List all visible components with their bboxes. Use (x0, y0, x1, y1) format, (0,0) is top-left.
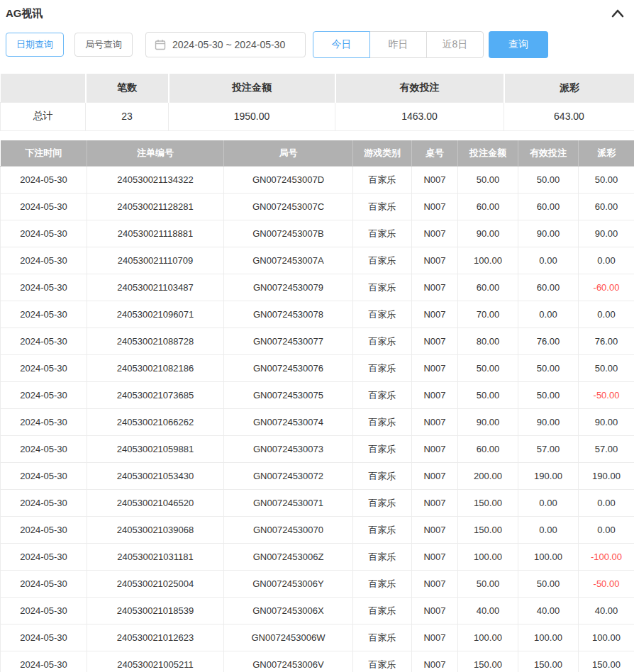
summary-bet-amount-value: 1950.00 (169, 102, 335, 130)
table-cell: N007 (412, 194, 458, 220)
table-cell: 50.00 (458, 571, 518, 598)
table-cell: N007 (412, 598, 458, 625)
table-cell: -100.00 (579, 544, 634, 571)
table-cell: 60.00 (458, 274, 518, 301)
table-cell: 50.00 (579, 355, 634, 382)
table-cell: 百家乐 (353, 598, 412, 625)
table-cell: GN00724530071 (224, 490, 353, 517)
round-query-button[interactable]: 局号查询 (74, 33, 133, 57)
table-cell: 2024-05-30 (1, 167, 87, 194)
table-cell: 百家乐 (353, 571, 412, 598)
table-cell: 90.00 (458, 220, 518, 247)
table-cell: 50.00 (518, 571, 579, 598)
table-cell: 百家乐 (353, 220, 412, 247)
quick-button-yesterday[interactable]: 昨日 (369, 31, 427, 58)
page-title: AG视讯 (6, 7, 43, 21)
table-cell: N007 (412, 328, 458, 355)
table-row: 2024-05-30240530021025004GN0072453006Y百家… (1, 571, 634, 598)
table-cell: 百家乐 (353, 301, 412, 328)
table-cell: 240530021103487 (87, 274, 224, 301)
table-cell: GN0072453007B (224, 220, 353, 247)
table-cell: 百家乐 (353, 194, 412, 220)
table-cell: N007 (412, 436, 458, 463)
table-cell: 240530021088728 (87, 328, 224, 355)
table-cell: 2024-05-30 (1, 571, 87, 598)
table-cell: 0.00 (518, 247, 579, 274)
table-cell: 240530021096071 (87, 301, 224, 328)
table-cell: 100.00 (518, 544, 579, 571)
table-cell: -60.00 (579, 274, 634, 301)
table-cell: GN00724530075 (224, 382, 353, 409)
summary-header-count: 笔数 (86, 74, 169, 102)
table-row: 2024-05-30240530021073685GN00724530075百家… (1, 382, 634, 409)
table-cell: 70.00 (458, 301, 518, 328)
table-cell: GN00724530072 (224, 463, 353, 490)
table-cell: 2024-05-30 (1, 598, 87, 625)
table-cell: -50.00 (579, 382, 634, 409)
table-row: 2024-05-30240530021110709GN0072453007A百家… (1, 247, 634, 274)
table-cell: 百家乐 (353, 517, 412, 544)
table-cell: N007 (412, 167, 458, 194)
table-cell: 150.00 (458, 490, 518, 517)
table-cell: 2024-05-30 (1, 382, 87, 409)
table-row: 2024-05-30240530021039068GN00724530070百家… (1, 517, 634, 544)
table-cell: N007 (412, 382, 458, 409)
bet-records-table: 下注时间注单编号局号游戏类别桌号投注金额有效投注派彩 2024-05-30240… (0, 140, 634, 672)
table-cell: 90.00 (458, 409, 518, 436)
table-cell: 百家乐 (353, 409, 412, 436)
table-cell: 200.00 (458, 463, 518, 490)
table-cell: 40.00 (579, 598, 634, 625)
table-cell: N007 (412, 625, 458, 651)
table-cell: N007 (412, 544, 458, 571)
table-cell: GN0072453007D (224, 167, 353, 194)
table-cell: 2024-05-30 (1, 544, 87, 571)
table-cell: GN00724530074 (224, 409, 353, 436)
chevron-up-icon[interactable] (610, 6, 625, 21)
table-cell: 150.00 (579, 651, 634, 672)
table-cell: GN0072453006W (224, 625, 353, 651)
table-cell: 150.00 (458, 651, 518, 672)
quick-button-last8days[interactable]: 近8日 (426, 31, 484, 58)
column-header: 桌号 (412, 140, 458, 167)
table-cell: 40.00 (458, 598, 518, 625)
table-cell: N007 (412, 247, 458, 274)
table-cell: 百家乐 (353, 328, 412, 355)
table-cell: 150.00 (458, 517, 518, 544)
table-cell: 240530021012623 (87, 625, 224, 651)
table-cell: 2024-05-30 (1, 274, 87, 301)
table-cell: 0.00 (518, 301, 579, 328)
table-row: 2024-05-30240530021096071GN00724530078百家… (1, 301, 634, 328)
table-cell: GN0072453006V (224, 651, 353, 672)
summary-table: 笔数 投注金额 有效投注 派彩 总计 23 1950.00 1463.00 64… (0, 74, 634, 131)
table-cell: 60.00 (458, 194, 518, 220)
table-row: 2024-05-30240530021053430GN00724530072百家… (1, 463, 634, 490)
table-cell: 90.00 (579, 220, 634, 247)
table-cell: 2024-05-30 (1, 220, 87, 247)
quick-button-today[interactable]: 今日 (313, 31, 370, 58)
search-button[interactable]: 查询 (489, 31, 548, 58)
table-cell: 百家乐 (353, 625, 412, 651)
table-cell: N007 (412, 301, 458, 328)
table-cell: 2024-05-30 (1, 463, 87, 490)
table-cell: GN00724530079 (224, 274, 353, 301)
summary-payout-value: 643.00 (504, 102, 634, 130)
table-cell: 2024-05-30 (1, 355, 87, 382)
table-cell: N007 (412, 490, 458, 517)
table-cell: 90.00 (518, 409, 579, 436)
table-row: 2024-05-30240530021012623GN0072453006W百家… (1, 625, 634, 651)
summary-header-payout: 派彩 (504, 74, 634, 102)
table-cell: 150.00 (518, 651, 579, 672)
table-cell: GN0072453007A (224, 247, 353, 274)
table-cell: 57.00 (579, 436, 634, 463)
table-cell: 76.00 (518, 328, 579, 355)
table-cell: 100.00 (579, 625, 634, 651)
table-cell: 0.00 (518, 490, 579, 517)
table-cell: 百家乐 (353, 651, 412, 672)
date-range-picker[interactable]: 2024-05-30 ~ 2024-05-30 (145, 32, 306, 57)
summary-valid-bet-value: 1463.00 (335, 102, 504, 130)
table-cell: GN00724530078 (224, 301, 353, 328)
calendar-icon (155, 39, 166, 50)
bet-table-header-row: 下注时间注单编号局号游戏类别桌号投注金额有效投注派彩 (1, 140, 634, 167)
date-query-button[interactable]: 日期查询 (6, 33, 64, 57)
table-cell: 0.00 (518, 517, 579, 544)
